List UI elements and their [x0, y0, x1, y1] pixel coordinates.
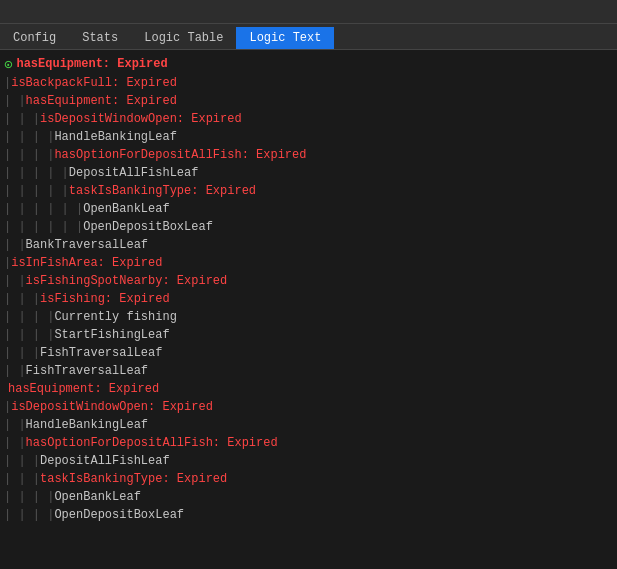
node-label: OpenBankLeaf	[54, 490, 140, 504]
node-label: StartFishingLeaf	[54, 328, 169, 342]
indent-container: |	[4, 256, 11, 270]
node-label: hasOptionForDepositAllFish: Expired	[26, 436, 278, 450]
tab-bar: ConfigStatsLogic TableLogic Text	[0, 24, 617, 50]
indent-container: | | | |	[4, 310, 54, 324]
node-label: isInFishArea: Expired	[11, 256, 162, 270]
node-label: HandleBankingLeaf	[26, 418, 148, 432]
tab-stats[interactable]: Stats	[69, 27, 131, 49]
indent-container: | |	[4, 418, 26, 432]
indent-container: | |	[4, 274, 26, 288]
node-label: OpenDepositBoxLeaf	[83, 220, 213, 234]
tree-row: | | | | OpenDepositBoxLeaf	[0, 506, 617, 524]
tree-row: | | | | HandleBankingLeaf	[0, 128, 617, 146]
tree-row: | isDepositWindowOpen: Expired	[0, 398, 617, 416]
indent-container: | | | |	[4, 148, 54, 162]
node-label: isFishingSpotNearby: Expired	[26, 274, 228, 288]
indent-container: | | | |	[4, 130, 54, 144]
tree-root: ⊙hasEquipment: Expired	[0, 54, 617, 74]
tree-row: | | | | | | OpenDepositBoxLeaf	[0, 218, 617, 236]
indent-container: | | | | | |	[4, 202, 83, 216]
indent-container: |	[4, 400, 11, 414]
tab-logic-table[interactable]: Logic Table	[131, 27, 236, 49]
tree-row: | | HandleBankingLeaf	[0, 416, 617, 434]
green-circle-icon: ⊙	[4, 56, 12, 73]
tree-row: | isInFishArea: Expired	[0, 254, 617, 272]
indent-container: | |	[4, 436, 26, 450]
tree-row: | | | isFishing: Expired	[0, 290, 617, 308]
tree-row: | | | DepositAllFishLeaf	[0, 452, 617, 470]
title-bar	[0, 0, 617, 24]
tab-logic-text[interactable]: Logic Text	[236, 27, 334, 49]
indent-container: | |	[4, 238, 26, 252]
tree-row: | | FishTraversalLeaf	[0, 362, 617, 380]
tree-row: | | hasEquipment: Expired	[0, 92, 617, 110]
indent-container: | | | |	[4, 490, 54, 504]
node-label: Currently fishing	[54, 310, 176, 324]
node-label: taskIsBankingType: Expired	[40, 472, 227, 486]
indent-container: | | |	[4, 472, 40, 486]
indent-container: | |	[4, 364, 26, 378]
indent-container: | | |	[4, 112, 40, 126]
tree-row: | | hasOptionForDepositAllFish: Expired	[0, 434, 617, 452]
indent-container: | | | | | |	[4, 220, 83, 234]
node-label: DepositAllFishLeaf	[69, 166, 199, 180]
indent-container: | |	[4, 94, 26, 108]
node-label: isFishing: Expired	[40, 292, 170, 306]
node-label: isDepositWindowOpen: Expired	[11, 400, 213, 414]
node-label: HandleBankingLeaf	[54, 130, 176, 144]
node-label: OpenBankLeaf	[83, 202, 169, 216]
tree-row: | | | | Currently fishing	[0, 308, 617, 326]
tree-row: | | isFishingSpotNearby: Expired	[0, 272, 617, 290]
node-label: FishTraversalLeaf	[26, 364, 148, 378]
node-label: hasEquipment: Expired	[8, 382, 159, 396]
tree-row: | | | | hasOptionForDepositAllFish: Expi…	[0, 146, 617, 164]
content-area: ⊙hasEquipment: Expired | isBackpackFull:…	[0, 50, 617, 569]
node-label: taskIsBankingType: Expired	[69, 184, 256, 198]
tree-row: | | | isDepositWindowOpen: Expired	[0, 110, 617, 128]
indent-container: | | | | |	[4, 166, 69, 180]
tree-row: | | | | StartFishingLeaf	[0, 326, 617, 344]
tree-row: | | | | | taskIsBankingType: Expired	[0, 182, 617, 200]
node-label: isBackpackFull: Expired	[11, 76, 177, 90]
node-label: DepositAllFishLeaf	[40, 454, 170, 468]
tree-row: | isBackpackFull: Expired	[0, 74, 617, 92]
indent-container: |	[4, 76, 11, 90]
indent-container: | | |	[4, 346, 40, 360]
indent-container: | | | |	[4, 328, 54, 342]
tab-config[interactable]: Config	[0, 27, 69, 49]
tree-row: | | | | | DepositAllFishLeaf	[0, 164, 617, 182]
node-label: FishTraversalLeaf	[40, 346, 162, 360]
indent-container: | | |	[4, 292, 40, 306]
node-label: BankTraversalLeaf	[26, 238, 148, 252]
node-label: hasEquipment: Expired	[26, 94, 177, 108]
root-node-text: hasEquipment: Expired	[16, 57, 167, 71]
tree-row: | | | FishTraversalLeaf	[0, 344, 617, 362]
indent-container: | | | |	[4, 508, 54, 522]
indent-container: | | | | |	[4, 184, 69, 198]
tree-row: | | | taskIsBankingType: Expired	[0, 470, 617, 488]
tree-row: | | BankTraversalLeaf	[0, 236, 617, 254]
indent-container: | | |	[4, 454, 40, 468]
node-label: isDepositWindowOpen: Expired	[40, 112, 242, 126]
tree-row: | | | | OpenBankLeaf	[0, 488, 617, 506]
node-label: hasOptionForDepositAllFish: Expired	[54, 148, 306, 162]
node-label: OpenDepositBoxLeaf	[54, 508, 184, 522]
tree-row: hasEquipment: Expired	[0, 380, 617, 398]
tree-row: | | | | | | OpenBankLeaf	[0, 200, 617, 218]
